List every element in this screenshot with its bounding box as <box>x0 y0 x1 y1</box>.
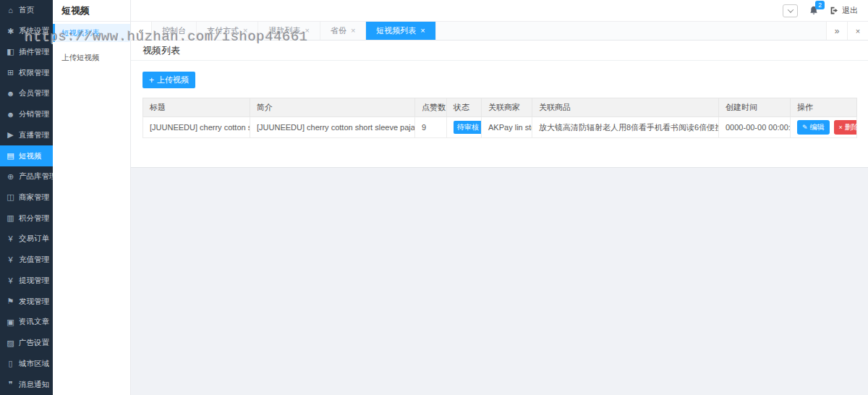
comment-icon: ❞ <box>6 380 15 389</box>
app-layout: ⌂首页 ✱系统设置 ◧插件管理 ⊞权限管理 ☻会员管理 ☻分销管理 ▶直播管理 … <box>0 0 868 395</box>
tab-label: 支付方式 <box>207 25 239 36</box>
sidebar-item-home[interactable]: ⌂首页 <box>0 0 53 21</box>
tabs-scroll-left-button[interactable]: « <box>131 22 152 40</box>
sidebar-item-city-region[interactable]: ▯城市区域 <box>0 353 53 374</box>
sidebar-item-label: 首页 <box>19 5 34 15</box>
home-icon: ⌂ <box>6 6 15 14</box>
cell-product: 放大镜高清防辐射老人用8倍看手机看书阅读6倍便携头戴式眼镜 <box>532 117 719 138</box>
gear-icon: ✱ <box>6 27 15 36</box>
sidebar-item-message-notification[interactable]: ❞消息通知 <box>0 374 53 395</box>
column-header-actions: 操作 <box>791 98 857 117</box>
tab-label: 短视频列表 <box>376 25 416 36</box>
sidebar-item-label: 会员管理 <box>19 88 49 98</box>
sidebar-item-news-articles[interactable]: ▣资讯文章 <box>0 312 53 333</box>
image-icon: ▨ <box>6 339 15 348</box>
logout-label: 退出 <box>842 5 858 16</box>
sidebar-item-ad-settings[interactable]: ▨广告设置 <box>0 333 53 354</box>
column-header-status: 状态 <box>447 98 482 117</box>
tab-label: 控制台 <box>162 25 186 36</box>
sidebar-item-live-management[interactable]: ▶直播管理 <box>0 124 53 145</box>
sidebar-item-permission-management[interactable]: ⊞权限管理 <box>0 62 53 83</box>
sidebar-item-label: 提现管理 <box>19 276 49 286</box>
sidebar-item-merchant-management[interactable]: ◫商家管理 <box>0 187 53 208</box>
flag-icon: ⚑ <box>6 297 15 306</box>
main-area: 2 退出 « 控制台 支付方式 × 退款列表 <box>131 0 868 395</box>
column-header-created: 创建时间 <box>719 98 791 117</box>
close-icon[interactable]: × <box>420 27 425 35</box>
tab-console[interactable]: 控制台 <box>152 22 197 40</box>
tab-payment-methods[interactable]: 支付方式 × <box>197 22 258 40</box>
sidebar-item-product-library[interactable]: ⊕产品库管理 <box>0 166 53 187</box>
sidebar-item-distribution-management[interactable]: ☻分销管理 <box>0 104 53 125</box>
x-icon: × <box>839 124 843 131</box>
users-icon: ☻ <box>6 110 15 119</box>
sidebar-item-system-settings[interactable]: ✱系统设置 <box>0 21 53 42</box>
delete-button[interactable]: × 删除 <box>834 120 857 135</box>
tab-short-video-list[interactable]: 短视频列表 × <box>366 22 435 40</box>
card-body: + 上传视频 标题 简介 点赞数 <box>131 61 868 149</box>
yen-icon: ¥ <box>6 276 15 285</box>
tab-label: 退款列表 <box>268 25 300 36</box>
submenu-item-upload-short-video[interactable]: 上传短视频 <box>53 48 130 67</box>
sidebar-item-recharge-management[interactable]: ¥充值管理 <box>0 250 53 271</box>
close-icon[interactable]: × <box>243 27 247 35</box>
sidebar-item-label: 广告设置 <box>19 338 49 348</box>
tab-bar: « 控制台 支付方式 × 退款列表 × 省份 × 短视频列表 <box>131 22 868 41</box>
sidebar-item-label: 分销管理 <box>19 109 49 119</box>
sidebar-item-member-management[interactable]: ☻会员管理 <box>0 83 53 104</box>
edit-button[interactable]: ✎ 编辑 <box>797 120 830 135</box>
chevron-down-icon <box>787 7 793 12</box>
status-badge: 待审核 <box>454 121 482 134</box>
newspaper-icon: ▣ <box>6 318 15 327</box>
sidebar-item-plugin-management[interactable]: ◧插件管理 <box>0 41 53 62</box>
tabs-close-all-button[interactable]: × <box>847 22 868 40</box>
notification-bell-button[interactable]: 2 <box>809 5 819 16</box>
sidebar-item-short-video[interactable]: ▤短视频 <box>0 145 53 166</box>
close-icon[interactable]: × <box>305 27 309 35</box>
column-header-merchant: 关联商家 <box>482 98 532 117</box>
edit-label: 编辑 <box>810 122 825 132</box>
sidebar-item-points-management[interactable]: ▥积分管理 <box>0 208 53 229</box>
sidebar-item-label: 城市区域 <box>19 359 49 369</box>
tab-label: 省份 <box>331 25 346 36</box>
sidebar-item-label: 资讯文章 <box>19 317 49 327</box>
tab-refund-list[interactable]: 退款列表 × <box>258 22 320 40</box>
submenu-title: 短视频 <box>53 0 130 22</box>
sidebar-item-label: 积分管理 <box>19 213 49 224</box>
file-video-icon: ▤ <box>6 151 15 161</box>
content-area: 视频列表 + 上传视频 标题 简介 <box>131 41 868 395</box>
plus-icon: + <box>149 76 154 85</box>
logout-button[interactable]: 退出 <box>830 5 858 16</box>
tabs-scroll-right-button[interactable]: » <box>826 22 847 40</box>
product-icon: ⊕ <box>6 172 15 182</box>
pencil-icon: ✎ <box>802 124 808 131</box>
cell-merchant: AKPay lin store <box>482 117 532 138</box>
close-icon[interactable]: × <box>351 27 355 35</box>
submenu-item-short-video-list[interactable]: 短视频列表 <box>53 24 130 42</box>
video-icon: ▶ <box>6 130 15 140</box>
sidebar-item-discovery-management[interactable]: ⚑发现管理 <box>0 291 53 312</box>
yen-icon: ¥ <box>6 234 15 243</box>
sidebar-item-trade-orders[interactable]: ¥交易订单 <box>0 229 53 250</box>
secondary-sidebar: 短视频 短视频列表 上传短视频 <box>53 0 131 395</box>
tab-province[interactable]: 省份 × <box>320 22 366 40</box>
cell-intro: [JUUNEEDU] cherry cotton short sleeve pa… <box>250 117 415 138</box>
sidebar-item-label: 产品库管理 <box>19 171 53 182</box>
column-header-product: 关联商品 <box>532 98 719 117</box>
upload-video-label: 上传视频 <box>157 75 189 85</box>
sidebar-item-label: 直播管理 <box>19 130 49 140</box>
building-icon: ▯ <box>6 359 15 368</box>
sidebar-item-label: 权限管理 <box>19 68 49 78</box>
upload-video-button[interactable]: + 上传视频 <box>142 72 195 88</box>
cell-created: 0000-00-00 00:00:00 <box>719 117 791 138</box>
topbar: 2 退出 <box>131 0 868 22</box>
tabs: 控制台 支付方式 × 退款列表 × 省份 × 短视频列表 × <box>152 22 826 40</box>
sidebar-item-label: 商家管理 <box>19 192 49 203</box>
sidebar-item-label: 充值管理 <box>19 255 49 265</box>
empty-background <box>131 168 868 395</box>
layout-dropdown-button[interactable] <box>783 4 798 17</box>
sidebar-item-withdraw-management[interactable]: ¥提现管理 <box>0 271 53 292</box>
sidebar-item-label: 消息通知 <box>19 380 49 390</box>
sidebar-item-label: 发现管理 <box>19 297 49 307</box>
sitemap-icon: ⊞ <box>6 68 15 77</box>
